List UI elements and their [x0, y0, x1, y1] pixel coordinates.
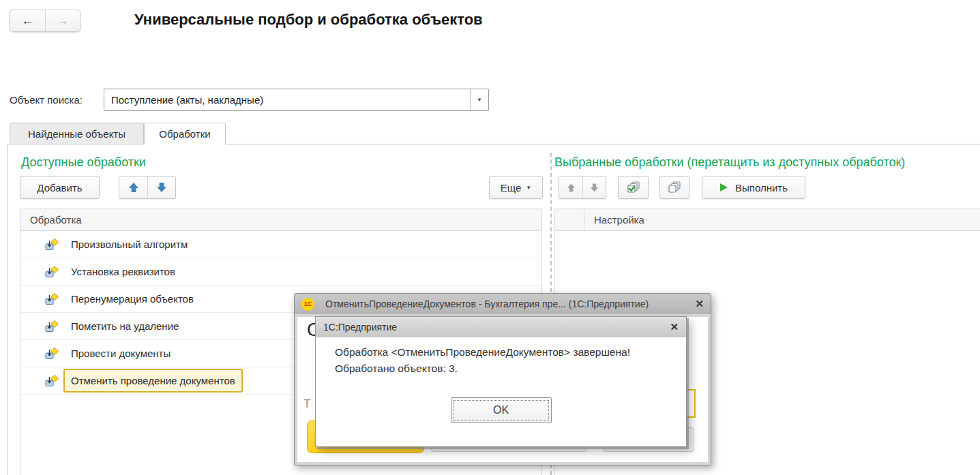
external-processor-icon	[45, 375, 59, 386]
1c-logo-icon: 1С	[301, 298, 314, 311]
toolbars: Добавить Еще ▼	[8, 176, 980, 199]
app-window: ← → Универсальные подбор и обработка объ…	[0, 0, 980, 475]
completion-dialog-title: 1С:Предприятие	[323, 322, 664, 333]
move-down-button-right[interactable]	[582, 177, 606, 198]
table-header-row: Настройка	[555, 209, 980, 231]
chevron-down-icon: ▼	[526, 185, 531, 191]
external-processor-icon	[45, 266, 59, 277]
close-icon[interactable]: ✕	[670, 321, 679, 333]
search-object-label: Объект поиска:	[10, 94, 83, 106]
arrow-up-disabled-icon	[566, 183, 576, 193]
column-header-settings[interactable]: Настройка	[584, 214, 644, 226]
forward-button[interactable]: →	[46, 10, 80, 31]
tab-found-objects[interactable]: Найденные объекты	[10, 123, 144, 144]
close-icon[interactable]: ✕	[695, 298, 704, 310]
completion-message-line2: Обработано объектов: 3.	[335, 361, 630, 377]
uncheck-all-button[interactable]	[659, 176, 689, 199]
completion-dialog-titlebar[interactable]: 1С:Предприятие ✕	[316, 317, 686, 337]
completion-dialog-content: Обработка <ОтменитьПроведениеДокументов>…	[316, 337, 686, 446]
completion-dialog: 1С:Предприятие ✕ Обработка <ОтменитьПров…	[315, 316, 687, 447]
external-processor-icon	[45, 320, 59, 332]
check-all-icon	[627, 181, 640, 194]
list-item[interactable]: Произвольный алгоритм	[20, 231, 541, 258]
left-move-buttons	[119, 176, 176, 199]
chevron-down-icon: ▼	[477, 97, 482, 103]
column-header-processing[interactable]: Обработка	[20, 214, 82, 226]
external-processor-icon	[45, 348, 59, 359]
back-button[interactable]: ←	[10, 10, 46, 31]
available-processings-title: Доступные обработки	[21, 155, 146, 170]
move-up-button-right[interactable]	[559, 177, 582, 198]
checkbox-column-header	[555, 209, 584, 230]
combobox-caret-button[interactable]: ▼	[470, 89, 488, 110]
external-processor-icon	[45, 239, 59, 250]
completion-message-line1: Обработка <ОтменитьПроведениеДокументов>…	[335, 344, 630, 361]
completion-message: Обработка <ОтменитьПроведениеДокументов>…	[335, 344, 630, 377]
selected-processings-title: Выбранные обработки (перетащить из досту…	[554, 155, 905, 170]
search-object-combobox: ▼	[104, 89, 489, 111]
check-all-button[interactable]	[618, 176, 649, 199]
tab-processings[interactable]: Обработки	[144, 123, 226, 144]
execute-button-label: Выполнить	[735, 182, 788, 194]
table-header-row: Обработка	[20, 209, 541, 231]
move-up-button[interactable]	[119, 177, 147, 198]
add-button[interactable]: Добавить	[20, 176, 100, 199]
selected-row-highlight: Отменить проведение документов	[63, 369, 243, 393]
history-nav: ← →	[10, 10, 80, 32]
obscured-label-fragment: Т	[303, 397, 310, 411]
move-down-button[interactable]	[147, 177, 175, 198]
ok-button[interactable]: OK	[451, 397, 552, 423]
more-button[interactable]: Еще ▼	[489, 176, 543, 199]
search-object-input[interactable]	[104, 89, 470, 110]
processing-window-title: ОтменитьПроведениеДокументов - Бухгалтер…	[325, 298, 689, 309]
external-processor-icon	[45, 293, 59, 305]
processing-window-titlebar[interactable]: 1С ОтменитьПроведениеДокументов - Бухгал…	[295, 294, 711, 314]
arrow-up-icon	[128, 182, 139, 193]
right-move-buttons	[559, 176, 606, 199]
more-button-label: Еще	[501, 182, 522, 194]
play-icon	[719, 183, 728, 192]
arrow-down-icon	[156, 182, 167, 193]
uncheck-all-icon	[668, 181, 681, 194]
execute-button[interactable]: Выполнить	[702, 176, 805, 199]
list-item[interactable]: Установка реквизитов	[20, 258, 541, 286]
arrow-down-disabled-icon	[589, 183, 599, 193]
page-title: Универсальные подбор и обработка объекто…	[134, 11, 483, 29]
